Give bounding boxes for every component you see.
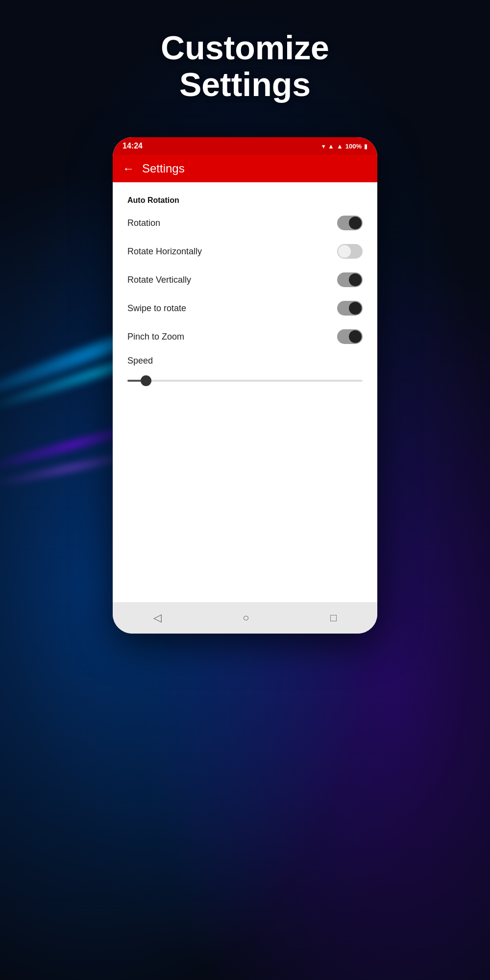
speed-slider-track xyxy=(127,380,363,382)
pinch-to-zoom-label: Pinch to Zoom xyxy=(127,332,184,342)
settings-row-rotation: Rotation xyxy=(127,209,363,237)
status-icons: ▾ ▲ ▲ 100% ▮ xyxy=(322,143,368,150)
back-button[interactable]: ← xyxy=(122,162,134,175)
speed-slider-wrap xyxy=(127,373,363,396)
app-bar: ← Settings xyxy=(113,155,377,182)
rotate-vertically-toggle[interactable] xyxy=(337,272,363,287)
page-title-line1: Customize xyxy=(161,29,329,66)
page-title-wrap: Customize Settings xyxy=(0,29,490,103)
wifi-icon: ▾ xyxy=(322,143,325,150)
pinch-to-zoom-toggle-thumb xyxy=(349,330,362,343)
swipe-to-rotate-toggle[interactable] xyxy=(337,301,363,316)
settings-content: Auto Rotation Rotation Rotate Horizontal… xyxy=(113,182,377,602)
swipe-to-rotate-toggle-thumb xyxy=(349,302,362,315)
settings-row-rotate-vertically: Rotate Vertically xyxy=(127,266,363,294)
rotation-toggle[interactable] xyxy=(337,216,363,230)
nav-home-icon[interactable]: ○ xyxy=(243,612,249,624)
nav-bar: ◁ ○ □ xyxy=(113,602,377,634)
settings-row-pinch-to-zoom: Pinch to Zoom xyxy=(127,322,363,351)
settings-row-swipe-to-rotate: Swipe to rotate xyxy=(127,294,363,322)
content-spacer xyxy=(127,396,363,592)
speed-label: Speed xyxy=(127,356,363,366)
app-bar-title: Settings xyxy=(142,162,185,175)
page-title: Customize Settings xyxy=(0,29,490,103)
battery-text: 100% xyxy=(345,143,362,150)
section-header-auto-rotation: Auto Rotation xyxy=(127,196,363,205)
rotate-vertically-toggle-thumb xyxy=(349,273,362,286)
page-title-line2: Settings xyxy=(179,66,311,103)
swipe-to-rotate-label: Swipe to rotate xyxy=(127,303,186,314)
status-time: 14:24 xyxy=(122,142,143,150)
battery-icon: ▮ xyxy=(364,143,368,150)
rotation-toggle-thumb xyxy=(349,217,362,229)
nav-back-icon[interactable]: ◁ xyxy=(153,612,162,624)
rotate-horizontally-toggle-thumb xyxy=(338,245,351,258)
signal-icon-1: ▲ xyxy=(328,143,334,150)
nav-recents-icon[interactable]: □ xyxy=(330,612,337,624)
settings-row-rotate-horizontally: Rotate Horizontally xyxy=(127,237,363,266)
rotate-horizontally-label: Rotate Horizontally xyxy=(127,246,202,257)
phone-frame: 14:24 ▾ ▲ ▲ 100% ▮ ← Settings Auto Rotat… xyxy=(113,137,377,634)
rotate-vertically-label: Rotate Vertically xyxy=(127,275,191,285)
pinch-to-zoom-toggle[interactable] xyxy=(337,329,363,344)
rotate-horizontally-toggle[interactable] xyxy=(337,244,363,259)
speed-slider-thumb[interactable] xyxy=(141,375,151,386)
status-bar: 14:24 ▾ ▲ ▲ 100% ▮ xyxy=(113,137,377,155)
signal-icon-2: ▲ xyxy=(337,143,343,150)
rotation-label: Rotation xyxy=(127,218,160,228)
